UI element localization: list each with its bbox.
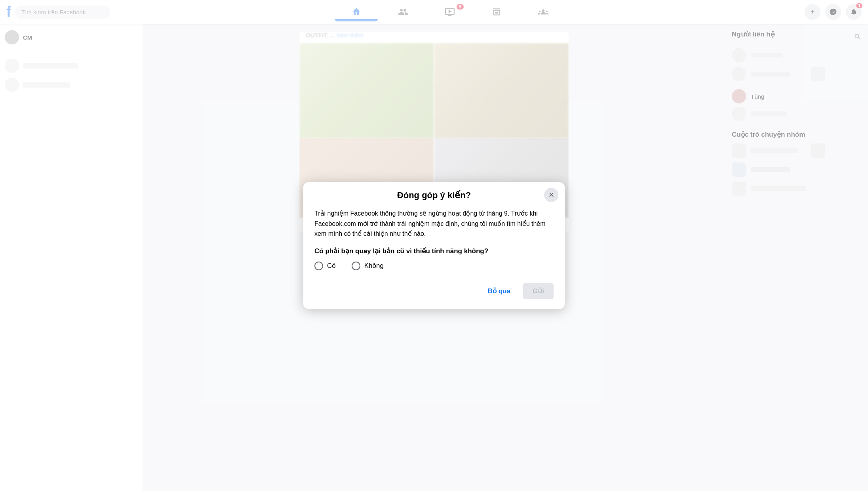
- dialog-header: Đóng góp ý kiến? ✕: [303, 182, 565, 201]
- radio-yes-label: Có: [327, 262, 336, 270]
- dialog-question: Có phải bạn quay lại bản cũ vì thiếu tín…: [314, 247, 554, 255]
- dialog-close-button[interactable]: ✕: [544, 188, 558, 202]
- radio-yes-circle: [314, 262, 323, 270]
- send-button[interactable]: Gửi: [523, 283, 554, 299]
- dialog-description: Trải nghiệm Facebook thông thường sẽ ngừ…: [314, 208, 554, 239]
- radio-no-label: Không: [364, 262, 384, 270]
- radio-no-circle: [352, 262, 360, 270]
- radio-no[interactable]: Không: [352, 262, 384, 270]
- dialog-body: Trải nghiệm Facebook thông thường sẽ ngừ…: [303, 201, 565, 309]
- feedback-dialog: Đóng góp ý kiến? ✕ Trải nghiệm Facebook …: [303, 182, 565, 309]
- skip-button[interactable]: Bỏ qua: [482, 283, 517, 299]
- overlay: Đóng góp ý kiến? ✕ Trải nghiệm Facebook …: [0, 0, 868, 491]
- radio-yes[interactable]: Có: [314, 262, 336, 270]
- radio-group: Có Không: [314, 262, 554, 270]
- dialog-footer: Bỏ qua Gửi: [314, 281, 554, 299]
- dialog-title: Đóng góp ý kiến?: [397, 190, 471, 201]
